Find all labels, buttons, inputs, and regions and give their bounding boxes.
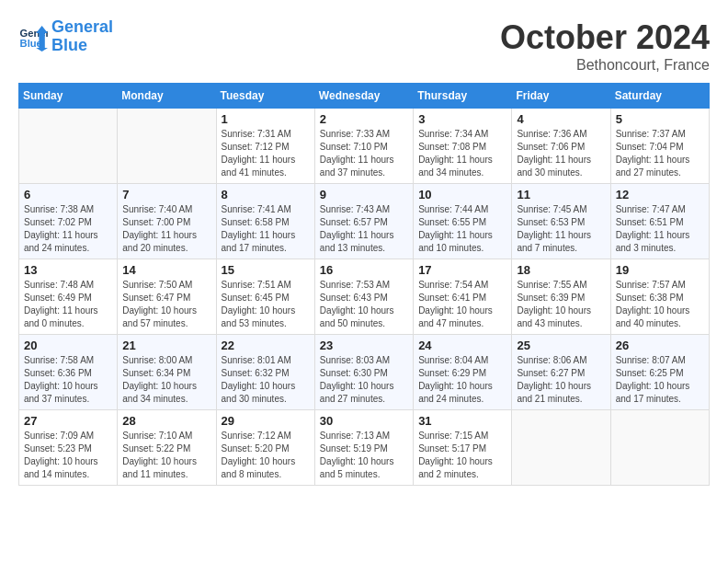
day-cell-18: 18Sunrise: 7:55 AM Sunset: 6:39 PM Dayli… <box>512 259 610 335</box>
empty-cell <box>610 410 709 486</box>
day-cell-27: 27Sunrise: 7:09 AM Sunset: 5:23 PM Dayli… <box>19 410 118 486</box>
day-number: 20 <box>24 339 112 352</box>
week-row-2: 6Sunrise: 7:38 AM Sunset: 7:02 PM Daylig… <box>19 184 710 259</box>
day-info: Sunrise: 7:58 AM Sunset: 6:36 PM Dayligh… <box>24 354 112 406</box>
day-cell-14: 14Sunrise: 7:50 AM Sunset: 6:47 PM Dayli… <box>118 259 216 335</box>
day-info: Sunrise: 7:12 AM Sunset: 5:20 PM Dayligh… <box>222 430 310 481</box>
calendar-table: SundayMondayTuesdayWednesdayThursdayFrid… <box>18 83 710 486</box>
day-info: Sunrise: 7:55 AM Sunset: 6:39 PM Dayligh… <box>517 279 605 330</box>
logo-text: GeneralBlue <box>51 18 113 55</box>
weekday-header-tuesday: Tuesday <box>216 84 314 109</box>
day-cell-5: 5Sunrise: 7:37 AM Sunset: 7:04 PM Daylig… <box>610 109 709 184</box>
day-number: 11 <box>517 188 605 201</box>
day-cell-26: 26Sunrise: 8:07 AM Sunset: 6:25 PM Dayli… <box>610 335 709 410</box>
day-info: Sunrise: 7:41 AM Sunset: 6:58 PM Dayligh… <box>222 203 310 255</box>
day-info: Sunrise: 8:04 AM Sunset: 6:29 PM Dayligh… <box>418 354 506 406</box>
day-cell-28: 28Sunrise: 7:10 AM Sunset: 5:22 PM Dayli… <box>118 410 216 486</box>
day-cell-9: 9Sunrise: 7:43 AM Sunset: 6:57 PM Daylig… <box>314 184 413 259</box>
weekday-header-monday: Monday <box>118 84 216 109</box>
day-info: Sunrise: 7:50 AM Sunset: 6:47 PM Dayligh… <box>122 279 210 330</box>
weekday-header-friday: Friday <box>512 84 610 109</box>
day-number: 29 <box>222 414 310 428</box>
day-cell-10: 10Sunrise: 7:44 AM Sunset: 6:55 PM Dayli… <box>414 184 512 259</box>
day-cell-30: 30Sunrise: 7:13 AM Sunset: 5:19 PM Dayli… <box>314 410 413 486</box>
day-number: 19 <box>616 263 704 277</box>
day-cell-19: 19Sunrise: 7:57 AM Sunset: 6:38 PM Dayli… <box>610 259 709 335</box>
day-cell-21: 21Sunrise: 8:00 AM Sunset: 6:34 PM Dayli… <box>118 335 216 410</box>
day-info: Sunrise: 7:47 AM Sunset: 6:51 PM Dayligh… <box>616 203 704 255</box>
week-row-3: 13Sunrise: 7:48 AM Sunset: 6:49 PM Dayli… <box>19 259 710 335</box>
day-cell-17: 17Sunrise: 7:54 AM Sunset: 6:41 PM Dayli… <box>414 259 512 335</box>
day-number: 4 <box>517 112 605 126</box>
day-number: 5 <box>616 112 704 126</box>
header: General Blue GeneralBlue October 2024 Be… <box>18 18 710 74</box>
day-number: 2 <box>320 112 408 126</box>
day-info: Sunrise: 7:51 AM Sunset: 6:45 PM Dayligh… <box>222 279 310 330</box>
title-area: October 2024 Bethoncourt, France <box>500 18 710 74</box>
week-row-1: 1Sunrise: 7:31 AM Sunset: 7:12 PM Daylig… <box>19 109 710 184</box>
day-number: 15 <box>222 263 310 277</box>
day-cell-22: 22Sunrise: 8:01 AM Sunset: 6:32 PM Dayli… <box>216 335 314 410</box>
day-info: Sunrise: 7:37 AM Sunset: 7:04 PM Dayligh… <box>616 128 704 179</box>
day-info: Sunrise: 7:34 AM Sunset: 7:08 PM Dayligh… <box>418 128 506 179</box>
day-number: 18 <box>517 263 605 277</box>
day-cell-8: 8Sunrise: 7:41 AM Sunset: 6:58 PM Daylig… <box>216 184 314 259</box>
day-info: Sunrise: 7:33 AM Sunset: 7:10 PM Dayligh… <box>320 128 408 179</box>
weekday-header-sunday: Sunday <box>19 84 118 109</box>
day-number: 26 <box>616 339 704 352</box>
logo: General Blue GeneralBlue <box>18 18 113 55</box>
day-number: 30 <box>320 414 408 428</box>
weekday-header-saturday: Saturday <box>610 84 709 109</box>
day-cell-3: 3Sunrise: 7:34 AM Sunset: 7:08 PM Daylig… <box>414 109 512 184</box>
day-info: Sunrise: 7:38 AM Sunset: 7:02 PM Dayligh… <box>24 203 112 255</box>
empty-cell <box>512 410 610 486</box>
day-cell-7: 7Sunrise: 7:40 AM Sunset: 7:00 PM Daylig… <box>118 184 216 259</box>
day-cell-23: 23Sunrise: 8:03 AM Sunset: 6:30 PM Dayli… <box>314 335 413 410</box>
day-number: 8 <box>222 188 310 201</box>
day-number: 1 <box>222 112 310 126</box>
day-number: 9 <box>320 188 408 201</box>
day-info: Sunrise: 7:43 AM Sunset: 6:57 PM Dayligh… <box>320 203 408 255</box>
day-info: Sunrise: 8:06 AM Sunset: 6:27 PM Dayligh… <box>517 354 605 406</box>
weekday-header-wednesday: Wednesday <box>314 84 413 109</box>
day-number: 23 <box>320 339 408 352</box>
day-number: 24 <box>418 339 506 352</box>
day-info: Sunrise: 7:31 AM Sunset: 7:12 PM Dayligh… <box>222 128 310 179</box>
day-cell-11: 11Sunrise: 7:45 AM Sunset: 6:53 PM Dayli… <box>512 184 610 259</box>
day-info: Sunrise: 7:13 AM Sunset: 5:19 PM Dayligh… <box>320 430 408 481</box>
day-cell-24: 24Sunrise: 8:04 AM Sunset: 6:29 PM Dayli… <box>414 335 512 410</box>
day-number: 31 <box>418 414 506 428</box>
day-number: 14 <box>122 263 210 277</box>
day-cell-25: 25Sunrise: 8:06 AM Sunset: 6:27 PM Dayli… <box>512 335 610 410</box>
day-cell-4: 4Sunrise: 7:36 AM Sunset: 7:06 PM Daylig… <box>512 109 610 184</box>
svg-text:Blue: Blue <box>20 38 42 49</box>
day-cell-2: 2Sunrise: 7:33 AM Sunset: 7:10 PM Daylig… <box>314 109 413 184</box>
day-info: Sunrise: 8:01 AM Sunset: 6:32 PM Dayligh… <box>222 354 310 406</box>
day-number: 7 <box>122 188 210 201</box>
weekday-header-thursday: Thursday <box>414 84 512 109</box>
day-info: Sunrise: 7:15 AM Sunset: 5:17 PM Dayligh… <box>418 430 506 481</box>
day-cell-12: 12Sunrise: 7:47 AM Sunset: 6:51 PM Dayli… <box>610 184 709 259</box>
day-info: Sunrise: 7:48 AM Sunset: 6:49 PM Dayligh… <box>24 279 112 330</box>
day-number: 17 <box>418 263 506 277</box>
day-info: Sunrise: 8:07 AM Sunset: 6:25 PM Dayligh… <box>616 354 704 406</box>
day-info: Sunrise: 7:36 AM Sunset: 7:06 PM Dayligh… <box>517 128 605 179</box>
day-info: Sunrise: 7:45 AM Sunset: 6:53 PM Dayligh… <box>517 203 605 255</box>
day-info: Sunrise: 7:40 AM Sunset: 7:00 PM Dayligh… <box>122 203 210 255</box>
day-number: 27 <box>24 414 112 428</box>
day-info: Sunrise: 7:09 AM Sunset: 5:23 PM Dayligh… <box>24 430 112 481</box>
day-cell-20: 20Sunrise: 7:58 AM Sunset: 6:36 PM Dayli… <box>19 335 118 410</box>
day-number: 28 <box>122 414 210 428</box>
day-cell-31: 31Sunrise: 7:15 AM Sunset: 5:17 PM Dayli… <box>414 410 512 486</box>
day-number: 10 <box>418 188 506 201</box>
day-number: 3 <box>418 112 506 126</box>
week-row-5: 27Sunrise: 7:09 AM Sunset: 5:23 PM Dayli… <box>19 410 710 486</box>
day-number: 21 <box>122 339 210 352</box>
empty-cell <box>118 109 216 184</box>
day-cell-15: 15Sunrise: 7:51 AM Sunset: 6:45 PM Dayli… <box>216 259 314 335</box>
weekday-header-row: SundayMondayTuesdayWednesdayThursdayFrid… <box>19 84 710 109</box>
day-info: Sunrise: 7:44 AM Sunset: 6:55 PM Dayligh… <box>418 203 506 255</box>
location-subtitle: Bethoncourt, France <box>500 57 710 74</box>
day-info: Sunrise: 7:10 AM Sunset: 5:22 PM Dayligh… <box>122 430 210 481</box>
day-info: Sunrise: 8:03 AM Sunset: 6:30 PM Dayligh… <box>320 354 408 406</box>
